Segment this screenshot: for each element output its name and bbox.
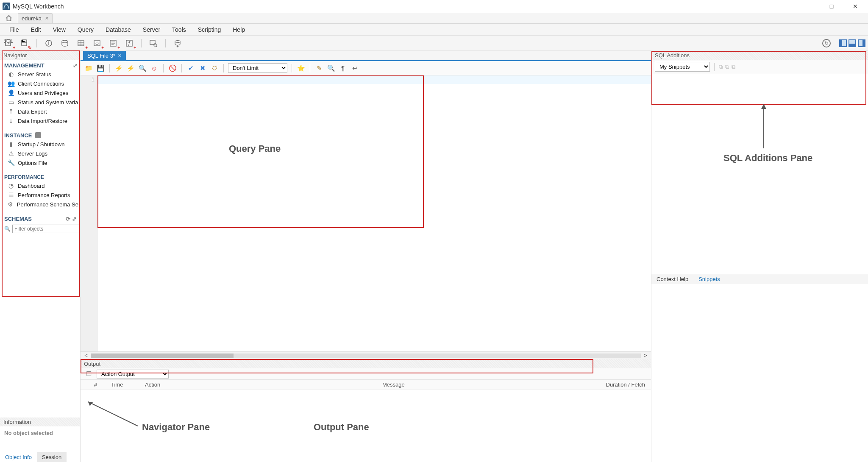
commit-icon[interactable]: ✔	[186, 64, 195, 73]
toggle-bottom-panel-button[interactable]	[849, 39, 856, 47]
create-table-icon[interactable]: +	[75, 37, 87, 49]
create-function-icon[interactable]: ƒ+	[123, 37, 135, 49]
beautify-icon[interactable]: ✎	[314, 64, 324, 73]
scroll-left-icon[interactable]: <	[83, 352, 89, 359]
limit-rows-select[interactable]: Don't Limit	[228, 63, 287, 73]
nav-server-status[interactable]: ◐Server Status	[0, 70, 80, 79]
output-clear-icon[interactable]: ☐	[84, 369, 93, 379]
navigator-title: Navigator	[3, 52, 27, 58]
sql-editor[interactable]: 1 Query Pane	[81, 75, 651, 351]
tab-session[interactable]: Session	[37, 452, 67, 462]
nav-data-import[interactable]: ⤓Data Import/Restore	[0, 116, 80, 125]
create-procedure-icon[interactable]: +	[107, 37, 119, 49]
nav-performance-schema[interactable]: ⚙Performance Schema Se	[0, 200, 80, 209]
save-file-icon[interactable]: 💾	[96, 64, 105, 73]
close-sql-tab-icon[interactable]: ✕	[118, 53, 122, 58]
connection-tab-label: edureka	[22, 15, 42, 22]
additions-header: SQL Additions	[651, 51, 868, 60]
svg-point-8	[96, 42, 98, 45]
information-header: Information	[0, 417, 80, 426]
nav-startup-shutdown[interactable]: ▮Startup / Shutdown	[0, 139, 80, 149]
maximize-button[interactable]: □	[826, 2, 837, 11]
search-table-icon[interactable]	[147, 37, 159, 49]
menu-file[interactable]: File	[3, 25, 25, 35]
refresh-schemas-icon[interactable]: ⟳	[66, 216, 70, 222]
menu-scripting[interactable]: Scripting	[192, 25, 227, 35]
expand-schemas-icon[interactable]: ⤢	[72, 216, 77, 222]
toggle-left-panel-button[interactable]	[839, 39, 847, 47]
new-sql-tab-icon[interactable]: SQL+	[3, 37, 14, 49]
open-sql-file-icon[interactable]: ↻	[19, 37, 31, 49]
sql-editor-toolbar: 📁 💾 ⚡ ⚡ 🔍 ⦸ 🚫 ✔ ✖ 🛡 Don't Limit ⭐ ✎ 🔍 ¶ …	[81, 61, 651, 75]
nav-status-variables[interactable]: ▭Status and System Varia	[0, 97, 80, 107]
toggle-limit-icon[interactable]: 🛡	[210, 64, 219, 73]
tab-snippets[interactable]: Snippets	[693, 274, 725, 284]
explain-icon[interactable]: 🔍	[138, 64, 147, 73]
menu-view[interactable]: View	[47, 25, 72, 35]
wrap-icon[interactable]: ↩	[350, 64, 359, 73]
filter-objects-input[interactable]	[12, 225, 80, 233]
inspector-icon[interactable]: i	[43, 37, 55, 49]
menu-database[interactable]: Database	[100, 25, 137, 35]
execute-icon[interactable]: ⚡	[114, 64, 123, 73]
additions-arrow	[760, 104, 768, 150]
svg-text:i: i	[48, 40, 50, 46]
sql-file-tab[interactable]: SQL File 3* ✕	[83, 51, 126, 60]
scroll-thumb[interactable]	[91, 353, 234, 358]
col-duration: Duration / Fetch	[583, 380, 651, 390]
nav-performance-reports[interactable]: ☰Performance Reports	[0, 190, 80, 200]
export-icon: ⤒	[8, 108, 14, 115]
close-window-button[interactable]: ✕	[849, 2, 861, 11]
user-icon: 👤	[8, 89, 14, 96]
col-time: Time	[108, 380, 142, 390]
expand-icon[interactable]: ⤢	[73, 62, 78, 69]
main-toolbar: SQL+ ↻ i + + + ƒ+ ↻	[0, 36, 868, 51]
svg-point-5	[62, 40, 68, 43]
code-area[interactable]: Query Pane	[97, 75, 651, 351]
editor-horizontal-scroll[interactable]: < >	[81, 351, 651, 359]
snippets-category-select[interactable]: My Snippets	[655, 62, 710, 72]
nav-options-file[interactable]: 🔧Options File	[0, 158, 80, 167]
monitor-icon: ▭	[8, 99, 14, 106]
open-file-icon[interactable]: 📁	[84, 64, 93, 73]
nav-data-export[interactable]: ⤒Data Export	[0, 107, 80, 116]
svg-text:SQL: SQL	[4, 39, 13, 44]
menu-help[interactable]: Help	[227, 25, 251, 35]
find-icon[interactable]: 🔍	[326, 64, 336, 73]
menu-query[interactable]: Query	[72, 25, 100, 35]
create-view-icon[interactable]: +	[91, 37, 103, 49]
menu-tools[interactable]: Tools	[166, 25, 192, 35]
update-icon[interactable]: ↻	[822, 39, 831, 47]
tab-object-info[interactable]: Object Info	[0, 452, 37, 462]
home-button[interactable]	[3, 14, 15, 23]
toggle-right-panel-button[interactable]	[858, 39, 865, 47]
toggle-autocommit-icon[interactable]: 🚫	[168, 64, 177, 73]
tab-context-help[interactable]: Context Help	[651, 274, 693, 284]
close-tab-icon[interactable]: ✕	[45, 16, 49, 21]
nav-dashboard[interactable]: ◔Dashboard	[0, 181, 80, 190]
rollback-icon[interactable]: ✖	[198, 64, 207, 73]
scroll-right-icon[interactable]: >	[643, 352, 648, 359]
create-schema-icon[interactable]	[59, 37, 71, 49]
nav-users-privileges[interactable]: 👤Users and Privileges	[0, 88, 80, 97]
nav-server-logs[interactable]: ⚠Server Logs	[0, 149, 80, 158]
report-icon: ☰	[8, 192, 14, 198]
navigator-arrow	[85, 398, 140, 428]
instance-icon	[35, 132, 41, 138]
schemas-group-header: SCHEMAS ⟳⤢	[0, 213, 80, 223]
favorite-icon[interactable]: ⭐	[296, 64, 306, 73]
stop-icon[interactable]: ⦸	[150, 64, 159, 73]
insert-snippet-icon[interactable]: ⧉	[719, 64, 723, 70]
menu-edit[interactable]: Edit	[25, 25, 47, 35]
toggle-invisible-icon[interactable]: ¶	[338, 64, 348, 73]
connection-tab[interactable]: edureka ✕	[18, 13, 53, 23]
minimize-button[interactable]: –	[802, 2, 814, 11]
replace-snippet-icon[interactable]: ⧉	[725, 64, 729, 70]
scroll-track[interactable]	[91, 353, 641, 358]
nav-client-connections[interactable]: 👥Client Connections	[0, 79, 80, 88]
reconnect-icon[interactable]	[172, 37, 184, 49]
output-type-select[interactable]: Action Output	[97, 370, 169, 379]
copy-snippet-icon[interactable]: ⧉	[732, 64, 735, 70]
execute-current-icon[interactable]: ⚡	[126, 64, 135, 73]
menu-server[interactable]: Server	[137, 25, 166, 35]
